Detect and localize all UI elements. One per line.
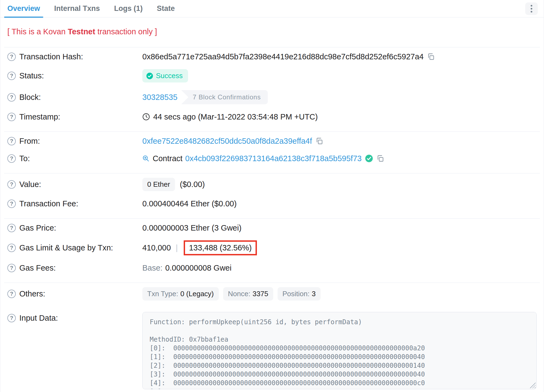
help-icon[interactable]: ? — [7, 72, 16, 80]
help-icon[interactable]: ? — [7, 200, 16, 208]
transaction-detail-card: Overview Internal Txns Logs (1) State [ … — [0, 0, 544, 392]
gas-price-label: Gas Price: — [19, 223, 56, 232]
gas-limit-separator: | — [176, 243, 178, 252]
row-transaction-fee: ?Transaction Fee: 0.000400464 Ether ($0.… — [0, 195, 544, 212]
input-data-line: MethodID: 0x7bbaf1ea — [150, 335, 529, 344]
status-badge: Success — [142, 69, 188, 82]
tab-internal-txns[interactable]: Internal Txns — [54, 0, 100, 17]
input-data-line: [5]: 00000000000000000000000000000000000… — [150, 387, 529, 389]
help-icon[interactable]: ? — [7, 113, 16, 121]
tab-logs[interactable]: Logs (1) — [114, 0, 143, 17]
notice-bold: Testnet — [68, 27, 95, 36]
row-others: ?Others: Txn Type:0 (Legacy) Nonce:3375 … — [0, 283, 544, 304]
gas-fees-base-value: 0.000000008 Gwei — [165, 264, 231, 272]
row-block: ?Block: 30328535 7 Block Confirmations — [0, 86, 544, 108]
block-number-link[interactable]: 30328535 — [142, 93, 177, 102]
testnet-notice: [ This is a Kovan Testnet transaction on… — [0, 17, 544, 41]
gas-usage-value: 133,488 (32.56%) — [189, 243, 252, 252]
nonce-value: 3375 — [253, 290, 268, 298]
txn-type-badge: Txn Type:0 (Legacy) — [142, 287, 219, 301]
transaction-fee-value: 0.000400464 Ether ($0.00) — [142, 199, 237, 208]
position-value: 3 — [312, 290, 316, 298]
check-circle-icon — [146, 72, 153, 79]
row-gas-price: ?Gas Price: 0.000000003 Ether (3 Gwei) — [0, 219, 544, 237]
clock-icon — [142, 113, 150, 121]
status-label: Status: — [19, 71, 44, 80]
help-icon[interactable]: ? — [7, 244, 16, 252]
position-name: Position: — [282, 290, 310, 298]
gas-usage-highlight-box: 133,488 (32.56%) — [184, 240, 257, 255]
help-icon[interactable]: ? — [7, 137, 16, 145]
copy-icon[interactable] — [376, 155, 384, 162]
transaction-fee-label: Transaction Fee: — [19, 199, 78, 208]
notice-suffix: transaction only ] — [95, 27, 157, 36]
nonce-name: Nonce: — [228, 290, 250, 298]
help-icon[interactable]: ? — [7, 180, 16, 189]
help-icon[interactable]: ? — [7, 53, 16, 61]
tab-bar: Overview Internal Txns Logs (1) State — [0, 0, 544, 17]
to-address-link[interactable]: 0x4cb093f226983713164a62138c3f718a5b595f… — [185, 154, 362, 163]
row-gas-fees: ?Gas Fees: Base: 0.000000008 Gwei — [0, 259, 544, 277]
input-data-line: [4]: 00000000000000000000000000000000000… — [150, 379, 529, 387]
status-value: Success — [156, 72, 183, 80]
help-icon[interactable]: ? — [7, 93, 16, 102]
timestamp-value: 44 secs ago (Mar-11-2022 03:54:48 PM +UT… — [153, 112, 318, 121]
help-icon[interactable]: ? — [7, 290, 16, 298]
copy-icon[interactable] — [315, 137, 323, 145]
gas-fees-label: Gas Fees: — [19, 264, 56, 272]
block-label: Block: — [19, 93, 41, 102]
help-icon[interactable]: ? — [7, 264, 16, 272]
input-data-line — [150, 326, 529, 335]
to-contract-prefix: Contract — [153, 154, 183, 163]
txn-type-name: Txn Type: — [147, 290, 178, 298]
more-options-button[interactable] — [525, 2, 538, 15]
input-data-line: [1]: 00000000000000000000000000000000000… — [150, 353, 529, 361]
help-icon[interactable]: ? — [7, 154, 16, 163]
tab-overview[interactable]: Overview — [7, 0, 40, 17]
timestamp-label: Timestamp: — [19, 112, 60, 121]
row-from: ?From: 0xfee7522e8482682cf50ddc50a0f8da2… — [0, 132, 544, 150]
verified-check-icon — [365, 154, 373, 163]
notice-prefix: [ This is a Kovan — [7, 27, 68, 36]
to-label: To: — [19, 154, 30, 163]
nonce-badge: Nonce:3375 — [223, 287, 273, 301]
row-input-data: ?Input Data: Function: performUpkeep(uin… — [0, 308, 544, 392]
txn-type-value: 0 (Legacy) — [180, 290, 214, 298]
row-value: ?Value: 0 Ether ($0.00) — [0, 174, 544, 195]
transaction-hash-value: 0x86ed5a771e725aa94d5b7fa2398e4419e216d8… — [142, 52, 424, 61]
value-label: Value: — [19, 180, 41, 189]
block-confirmations-badge: 7 Block Confirmations — [181, 90, 268, 104]
transaction-hash-label: Transaction Hash: — [19, 52, 83, 61]
row-status: ?Status: Success — [0, 65, 544, 86]
gas-price-value: 0.000000003 Ether (3 Gwei) — [142, 223, 241, 232]
input-data-line: Function: performUpkeep(uint256 id, byte… — [150, 318, 529, 326]
input-data-textarea[interactable]: Function: performUpkeep(uint256 id, byte… — [142, 312, 537, 389]
tab-state[interactable]: State — [157, 0, 175, 17]
help-icon[interactable]: ? — [7, 314, 16, 322]
from-address-link[interactable]: 0xfee7522e8482682cf50ddc50a0f8da2a39effa… — [142, 137, 312, 146]
magnifier-plus-icon — [142, 155, 149, 162]
input-data-line: [0]: 00000000000000000000000000000000000… — [150, 344, 529, 353]
row-transaction-hash: ?Transaction Hash: 0x86ed5a771e725aa94d5… — [0, 48, 544, 65]
gas-limit-value: 410,000 — [142, 243, 171, 252]
row-to: ?To: Contract 0x4cb093f226983713164a6213… — [0, 150, 544, 167]
from-label: From: — [19, 137, 40, 146]
ether-value-badge: 0 Ether — [142, 178, 175, 191]
input-data-line: [3]: 00000000000000000000000000000000000… — [150, 370, 529, 379]
others-label: Others: — [19, 289, 45, 298]
row-gas-limit-usage: ?Gas Limit & Usage by Txn: 410,000 | 133… — [0, 237, 544, 259]
gas-limit-usage-label: Gas Limit & Usage by Txn: — [19, 243, 113, 252]
gas-fees-base-label: Base: — [142, 264, 162, 272]
input-data-line: [2]: 00000000000000000000000000000000000… — [150, 361, 529, 370]
row-timestamp: ?Timestamp: 44 secs ago (Mar-11-2022 03:… — [0, 108, 544, 125]
copy-icon[interactable] — [427, 53, 435, 60]
input-data-label: Input Data: — [19, 314, 58, 323]
value-usd: ($0.00) — [180, 180, 205, 189]
position-badge: Position:3 — [278, 287, 321, 301]
help-icon[interactable]: ? — [7, 224, 16, 232]
